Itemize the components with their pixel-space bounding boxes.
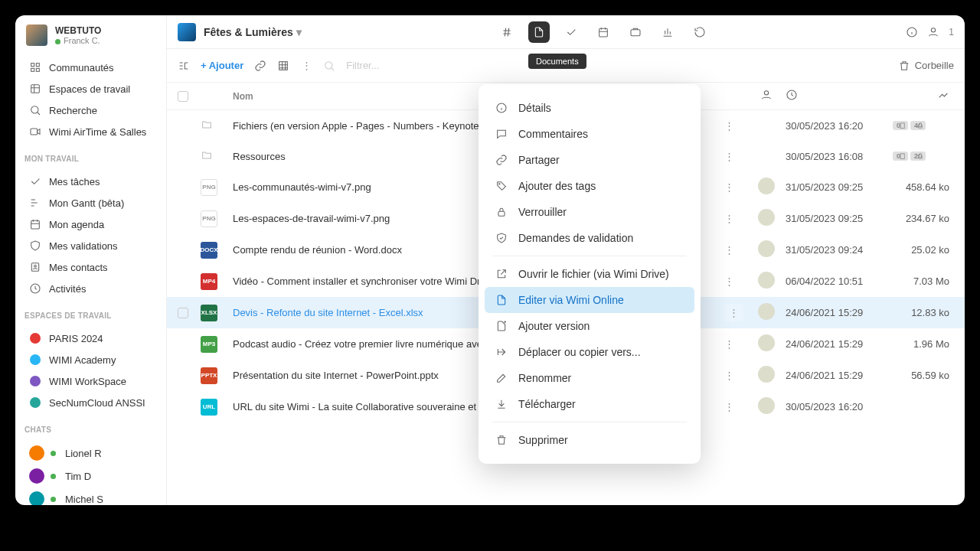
file-date: 31/05/2023 09:25 [786,213,893,224]
date-column-icon[interactable] [786,89,798,101]
user-avatar [758,240,775,257]
menu-verrouiller[interactable]: Verrouiller [485,199,694,225]
module-tabs [309,21,899,43]
menu-ajouter-version[interactable]: Ajouter version [485,313,694,339]
chat-item[interactable]: Michel S [21,487,160,505]
row-more-icon[interactable]: ⋮ [724,181,734,193]
svg-rect-0 [31,64,34,67]
user-avatar [758,272,775,289]
svg-rect-1 [36,64,39,67]
org-name: WEBTUTO [55,25,101,36]
menu-editer-via-wimi-online[interactable]: Editer via Wimi Online [485,287,694,313]
download-icon [495,398,508,410]
avatar [29,468,44,484]
link-tool-icon[interactable] [254,60,266,72]
row-more-icon[interactable]: ⋮ [724,213,734,224]
info-icon [495,102,508,114]
nav-item-mes-t-ches[interactable]: Mes tâches [21,171,160,192]
svg-point-5 [31,106,38,113]
user-avatar [758,334,775,351]
tab-calendar[interactable] [593,21,614,43]
svg-rect-15 [279,61,288,70]
edit-icon [495,372,508,384]
space-item[interactable]: WIMI WorkSpace [21,370,160,392]
grid-icon [29,61,41,73]
user-column-icon[interactable] [760,89,773,101]
row-more-icon[interactable]: ⋮ [724,401,734,412]
project-thumb[interactable] [178,23,196,41]
tab-meetings[interactable] [625,21,646,43]
row-more-icon[interactable]: ⋮ [724,244,734,256]
menu-demandes-de-validation[interactable]: Demandes de validation [485,225,694,251]
row-more-icon[interactable]: ⋮ [724,120,734,132]
row-more-icon[interactable]: ⋮ [724,304,743,321]
menu-commentaires[interactable]: Commentaires [485,121,694,147]
avatar [29,491,44,505]
space-item[interactable]: WIMI Academy [21,349,160,370]
tab-reports[interactable] [657,21,678,43]
project-name[interactable]: Fêtes & Lumières ▾ [204,26,302,38]
nav-item-mes-validations[interactable]: Mes validations [21,235,160,256]
row-more-icon[interactable]: ⋮ [724,276,734,287]
nav-item-mon-gantt-b-ta-[interactable]: Mon Gantt (bêta) [21,192,160,214]
file-date: 24/06/2021 15:29 [786,370,893,381]
more-icon[interactable]: ⋮ [300,60,312,72]
row-checkbox[interactable] [178,308,188,318]
menu-d-tails[interactable]: Détails [485,95,694,121]
tab-tasks[interactable] [560,21,582,43]
org-avatar[interactable] [26,24,47,46]
nav-item-mes-contacts[interactable]: Mes contacts [21,256,160,278]
filter-input[interactable]: Filtrer... [346,60,887,71]
grid-view-icon[interactable] [277,60,289,72]
heading-chats: CHATS [15,418,166,437]
tab-activity[interactable] [689,21,710,43]
members-icon[interactable] [927,26,939,38]
menu-partager[interactable]: Partager [485,147,694,173]
space-item[interactable]: PARIS 2024 [21,328,160,349]
menu-ajouter-des-tags[interactable]: Ajouter des tags [485,173,694,199]
file-date: 24/06/2021 15:29 [786,307,893,318]
file-type-icon: PPTX [201,367,228,384]
nav-item-recherche[interactable]: Recherche [21,99,160,121]
row-more-icon[interactable]: ⋮ [724,370,734,381]
chat-item[interactable]: Lionel R [21,442,160,465]
tab-channels[interactable] [496,21,518,43]
nav-item-espaces-de-travail[interactable]: Espaces de travail [21,78,160,99]
menu-renommer[interactable]: Renommer [485,365,694,391]
trash-link[interactable]: Corbeille [898,60,954,72]
sidebar-header: WEBTUTO Franck C. [15,15,166,52]
file-size: 7.03 Mo [893,276,954,287]
context-menu: DétailsCommentairesPartagerAjouter des t… [479,84,701,464]
file-type-icon: DOCX [201,242,228,259]
menu-ouvrir-le-fichier-via-wimi-drive-[interactable]: Ouvrir le fichier (via Wimi Drive) [485,261,694,287]
row-more-icon[interactable]: ⋮ [724,338,734,350]
info-icon[interactable] [906,26,918,38]
row-more-icon[interactable]: ⋮ [724,151,734,162]
file-type-icon: MP3 [201,336,228,353]
add-button[interactable]: + Ajouter [201,60,243,71]
menu-t-l-charger[interactable]: Télécharger [485,391,694,417]
space-item[interactable]: SecNumCloud ANSSI [21,392,160,413]
move-icon [495,346,508,358]
user-avatar [758,303,775,320]
select-all-checkbox[interactable] [178,91,188,102]
file-size: 234.67 ko [893,213,954,224]
size-column-icon[interactable] [937,89,949,101]
squares-icon [29,83,41,95]
nav-item-activit-s[interactable]: Activités [21,278,160,299]
menu-supprimer[interactable]: Supprimer [485,427,694,453]
menu-d-placer-ou-copier-vers-[interactable]: Déplacer ou copier vers... [485,339,694,365]
svg-rect-7 [31,220,40,229]
nav-item-mon-agenda[interactable]: Mon agenda [21,214,160,235]
chat-item[interactable]: Tim D [21,465,160,487]
tree-icon[interactable] [178,60,190,72]
svg-rect-4 [31,85,40,93]
svg-point-20 [499,184,500,184]
svg-point-9 [34,265,37,267]
tab-documents[interactable] [528,21,550,43]
nav-item-communaut-s[interactable]: Communautés [21,57,160,78]
file-date: 06/04/2022 10:51 [786,276,893,287]
user-avatar [758,366,775,383]
chat-icon [495,128,508,140]
nav-item-wimi-airtime-salles[interactable]: Wimi AirTime & Salles [21,121,160,142]
